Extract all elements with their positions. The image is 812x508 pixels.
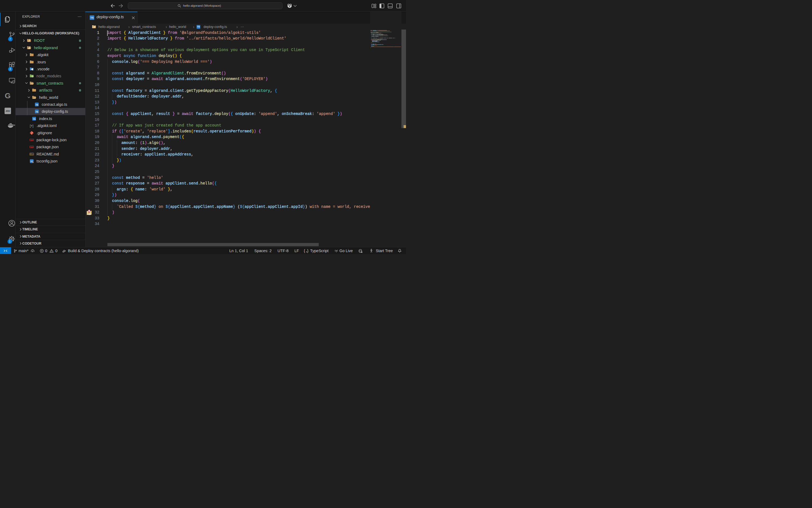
svg-text:]: ] [33,124,33,128]
svg-text:JS: JS [32,76,33,77]
svg-text:TS: TS [36,103,38,106]
svg-text:T: T [31,124,32,127]
svg-text:TS: TS [36,111,38,113]
svg-text:npm: npm [30,139,33,141]
svg-text:npm: npm [30,146,33,148]
svg-text:TS: TS [33,118,36,120]
